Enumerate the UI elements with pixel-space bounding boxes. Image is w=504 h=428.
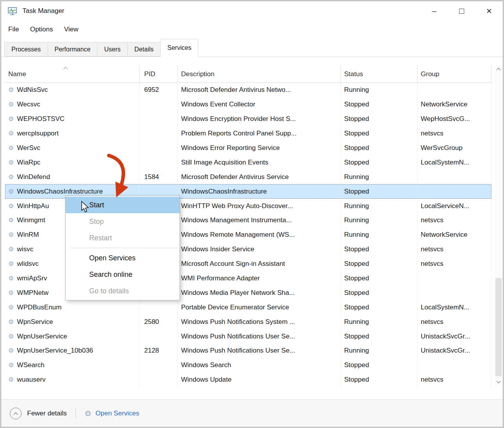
- service-name: WinRM: [17, 231, 39, 239]
- menu-file[interactable]: File: [3, 26, 24, 33]
- service-name: WinDefend: [17, 173, 50, 181]
- menu-item-stop[interactable]: Stop: [66, 213, 180, 230]
- service-description: WinHTTP Web Proxy Auto-Discover...: [181, 202, 293, 210]
- service-status: Stopped: [344, 274, 369, 282]
- context-menu: Start Stop Restart Open Services Search …: [65, 196, 180, 300]
- WinDefend[interactable]: WinDefend 1584 Microsoft Defender Antivi…: [5, 170, 491, 184]
- service-gear-icon: [8, 245, 17, 253]
- menubar: File Options View: [1, 21, 503, 38]
- service-group: netsvcs: [421, 376, 444, 384]
- column-header-description[interactable]: Description: [178, 66, 341, 82]
- menu-item-open-services[interactable]: Open Services: [66, 250, 180, 266]
- table-header: Name PID Description Status Group: [5, 66, 491, 83]
- fewer-details-button[interactable]: [10, 408, 22, 419]
- service-name: WdNisSvc: [17, 86, 48, 94]
- wuauserv[interactable]: wuauserv Windows Update Stopped netsvcs: [5, 373, 491, 387]
- titlebar: Task Manager – □ ×: [1, 1, 503, 21]
- menu-view[interactable]: View: [59, 26, 84, 33]
- service-description: Portable Device Enumerator Service: [181, 304, 289, 311]
- column-header-pid[interactable]: PID: [139, 66, 178, 82]
- service-description: Microsoft Defender Antivirus Netwo...: [181, 86, 291, 94]
- tab-performance[interactable]: Performance: [48, 42, 98, 57]
- wercplsupport[interactable]: wercplsupport Problem Reports Control Pa…: [5, 126, 491, 141]
- service-description: Windows Event Collector: [181, 101, 255, 108]
- service-status: Stopped: [344, 361, 369, 369]
- service-group: netsvcs: [421, 245, 444, 253]
- tab-services[interactable]: Services: [160, 39, 198, 57]
- vertical-scrollbar[interactable]: [495, 66, 502, 386]
- service-gear-icon: [8, 260, 17, 268]
- service-group: NetworkService: [421, 231, 467, 239]
- service-status: Stopped: [344, 130, 369, 137]
- service-name: WSearch: [17, 361, 44, 369]
- WdNisSvc[interactable]: WdNisSvc 6952 Microsoft Defender Antivir…: [5, 83, 491, 97]
- window-controls: – □ ×: [420, 1, 503, 21]
- service-group: WerSvcGroup: [421, 144, 462, 152]
- service-pid: 6952: [144, 86, 159, 94]
- task-manager-window: Task Manager – □ × File Options View Pro…: [1, 1, 503, 427]
- column-header-group[interactable]: Group: [418, 66, 491, 82]
- service-status: Running: [344, 318, 369, 326]
- window-title: Task Manager: [22, 7, 64, 15]
- service-group: LocalSystemN...: [421, 159, 469, 166]
- service-name: WMPNetw: [17, 289, 48, 297]
- service-gear-icon: [8, 144, 17, 152]
- service-pid: 2580: [144, 318, 159, 326]
- fewer-details-label[interactable]: Fewer details: [27, 410, 67, 417]
- service-gear-icon: [8, 231, 17, 239]
- service-status: Stopped: [344, 376, 369, 384]
- service-name: wercplsupport: [17, 130, 59, 137]
- menu-item-start[interactable]: Start: [66, 197, 180, 213]
- service-name: WPDBusEnum: [17, 304, 61, 311]
- service-gear-icon: [8, 333, 17, 340]
- service-group: NetworkService: [421, 101, 467, 108]
- menu-options[interactable]: Options: [24, 26, 59, 33]
- menu-item-restart[interactable]: Restart: [66, 230, 180, 246]
- tab-details[interactable]: Details: [127, 42, 161, 57]
- maximize-button[interactable]: □: [448, 1, 475, 21]
- WerSvc[interactable]: WerSvc Windows Error Reporting Service S…: [5, 141, 491, 155]
- service-status: Running: [344, 202, 369, 210]
- service-description: Problem Reports Control Panel Supp...: [181, 130, 297, 137]
- sort-ascending-icon: [63, 67, 68, 71]
- service-gear-icon: [8, 347, 17, 355]
- minimize-button[interactable]: –: [420, 1, 448, 21]
- service-status: Stopped: [344, 188, 369, 196]
- menu-item-go-to-details[interactable]: Go to details: [66, 283, 180, 299]
- WpnUserService_10b036[interactable]: WpnUserService_10b036 2128 Windows Push …: [5, 344, 491, 358]
- service-name: wuauserv: [17, 376, 46, 384]
- scrollbar-thumb[interactable]: [495, 278, 502, 376]
- service-description: Microsoft Account Sign-in Assistant: [181, 260, 285, 268]
- column-header-name[interactable]: Name: [5, 66, 139, 82]
- service-gear-icon: [8, 376, 17, 384]
- WpnService[interactable]: WpnService 2580 Windows Push Notificatio…: [5, 315, 491, 329]
- open-services-link[interactable]: Open Services: [95, 410, 139, 417]
- service-status: Stopped: [344, 289, 369, 297]
- WpnUserService[interactable]: WpnUserService Windows Push Notification…: [5, 329, 491, 344]
- scroll-down-button[interactable]: [495, 378, 502, 386]
- service-description: Windows Push Notifications System ...: [181, 318, 295, 326]
- service-description: Windows Remote Management (WS...: [181, 231, 295, 239]
- WSearch[interactable]: WSearch Windows Search Stopped: [5, 358, 491, 373]
- tab-processes[interactable]: Processes: [4, 42, 48, 57]
- footer-bar: Fewer details Open Services: [1, 399, 503, 427]
- scroll-up-button[interactable]: [495, 66, 502, 73]
- service-gear-icon: [8, 289, 17, 297]
- close-button[interactable]: ×: [475, 1, 503, 21]
- tab-users[interactable]: Users: [97, 42, 128, 57]
- service-gear-icon: [8, 361, 17, 369]
- menu-item-search-online[interactable]: Search online: [66, 266, 180, 283]
- service-group: netsvcs: [421, 260, 444, 268]
- WEPHOSTSVC[interactable]: WEPHOSTSVC Windows Encryption Provider H…: [5, 112, 491, 126]
- service-gear-icon: [8, 115, 17, 123]
- WiaRpc[interactable]: WiaRpc Still Image Acquisition Events St…: [5, 155, 491, 170]
- Wecsvc[interactable]: Wecsvc Windows Event Collector Stopped N…: [5, 97, 491, 112]
- tabstrip: Processes Performance Users Details Serv…: [1, 38, 503, 57]
- WPDBusEnum[interactable]: WPDBusEnum Portable Device Enumerator Se…: [5, 300, 491, 315]
- service-description: Windows Encryption Provider Host S...: [181, 115, 296, 123]
- service-name: WinHttpAu: [17, 202, 49, 210]
- service-name: WEPHOSTSVC: [17, 115, 64, 123]
- service-gear-icon: [8, 173, 17, 181]
- service-status: Stopped: [344, 144, 369, 152]
- column-header-status[interactable]: Status: [341, 66, 418, 82]
